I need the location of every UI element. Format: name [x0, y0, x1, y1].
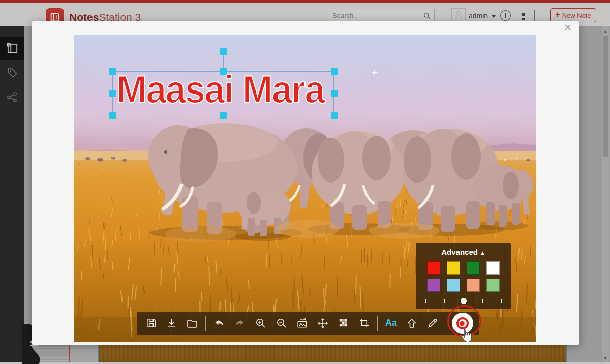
search-input[interactable]	[331, 11, 423, 20]
color-swatch-1[interactable]	[447, 261, 460, 275]
record-button[interactable]	[452, 313, 473, 334]
download-icon	[166, 317, 177, 329]
new-note-label: New Note	[562, 12, 591, 19]
dimmed-image-selection-border	[566, 345, 567, 362]
info-button[interactable]: i	[500, 10, 511, 21]
zoom-in-button[interactable]	[253, 314, 268, 332]
resize-handle-top-right[interactable]	[331, 68, 338, 75]
close-icon[interactable]: ✕	[562, 22, 574, 34]
resize-handle-bottom-center[interactable]	[220, 112, 227, 119]
sidebar-item-notes[interactable]	[0, 37, 24, 60]
record-target-icon	[455, 316, 470, 331]
redo-icon	[234, 317, 246, 329]
resize-handle-bottom-left[interactable]	[109, 112, 116, 119]
redo-button[interactable]	[232, 314, 248, 332]
pencil-icon	[426, 317, 439, 329]
collapse-arrow-icon: ▲	[480, 250, 485, 256]
advanced-panel: Advanced▲	[416, 243, 511, 309]
color-swatch-4[interactable]	[427, 279, 440, 292]
slider-tick	[425, 299, 426, 303]
arrow-up-icon	[406, 317, 418, 329]
search-box	[328, 9, 435, 22]
color-swatch-2[interactable]	[467, 261, 480, 275]
lens-flare-sparkle	[372, 70, 377, 75]
chevron-down-icon	[492, 15, 496, 18]
resize-handle-mid-left[interactable]	[109, 90, 116, 97]
slider-tick	[482, 299, 483, 303]
tag-icon	[6, 67, 19, 79]
text-tool-label: Aa	[385, 318, 397, 328]
resize-handle-top-left[interactable]	[109, 68, 116, 75]
resize-handle-mid-right[interactable]	[331, 90, 338, 97]
scroll-up-arrow[interactable]: ▲	[603, 28, 608, 34]
image-rotate-icon	[296, 317, 309, 329]
move-icon	[317, 317, 329, 329]
toolbar-divider	[205, 316, 206, 331]
sidebar-item-share[interactable]	[0, 85, 24, 109]
editor-toolbar: Aa	[137, 312, 479, 335]
size-slider[interactable]	[425, 297, 502, 305]
header-divider	[534, 10, 535, 21]
undo-icon	[213, 317, 225, 329]
dimmed-note-image	[99, 345, 566, 362]
undo-button[interactable]	[211, 314, 227, 332]
image-editor-modal: ✕	[32, 21, 579, 345]
sidebar-item-tags[interactable]	[0, 61, 24, 84]
crop-button[interactable]	[357, 314, 372, 332]
scrollbar-thumb[interactable]	[603, 36, 608, 157]
crop-icon	[358, 317, 370, 329]
username-label: admin	[469, 12, 488, 20]
plus-icon: +	[555, 10, 560, 19]
zoom-out-icon	[276, 317, 288, 329]
share-icon	[6, 91, 18, 103]
color-swatch-grid	[416, 261, 511, 292]
user-menu[interactable]: admin	[469, 12, 496, 20]
color-swatch-0[interactable]	[427, 261, 440, 275]
color-swatch-7[interactable]	[486, 279, 500, 292]
pixelate-button[interactable]	[336, 314, 351, 332]
save-button[interactable]	[143, 314, 159, 332]
page-bottom-edge	[0, 362, 610, 364]
resize-handle-bottom-right[interactable]	[331, 112, 338, 119]
slider-thumb[interactable]	[461, 298, 467, 304]
zoom-in-icon	[255, 317, 267, 329]
slider-tick	[444, 299, 445, 303]
reset-image-button[interactable]	[294, 314, 310, 332]
search-icon[interactable]	[423, 11, 431, 20]
text-tool-button[interactable]: Aa	[384, 314, 399, 332]
download-button[interactable]	[164, 314, 179, 332]
dimmed-page-margin	[70, 345, 98, 362]
text-selection-box	[112, 71, 334, 115]
new-note-button[interactable]: + New Note	[550, 8, 596, 22]
draw-tool-button[interactable]	[425, 314, 440, 332]
save-icon	[145, 317, 157, 329]
editor-canvas: Maasai Mara Advanced▲	[74, 35, 536, 342]
move-button[interactable]	[315, 314, 330, 332]
rotation-handle[interactable]	[220, 48, 227, 55]
user-avatar[interactable]	[451, 8, 466, 22]
shape-tool-button[interactable]	[404, 314, 419, 332]
advanced-label: Advanced	[441, 248, 478, 256]
folder-icon	[186, 317, 198, 329]
scroll-down-arrow[interactable]: ▼	[603, 356, 608, 361]
zoom-out-button[interactable]	[274, 314, 289, 332]
color-swatch-3[interactable]	[486, 261, 500, 275]
color-swatch-6[interactable]	[467, 279, 480, 292]
toolbar-divider	[377, 316, 378, 331]
app-root: NotesStation 3 admin i + New Note	[0, 0, 610, 364]
toolbar-divider	[446, 316, 447, 331]
open-folder-button[interactable]	[185, 314, 200, 332]
slider-tick	[501, 299, 502, 303]
resize-handle-top-center[interactable]	[220, 68, 227, 75]
pixelate-icon	[338, 317, 349, 329]
left-sidebar	[0, 26, 24, 364]
color-swatch-5[interactable]	[447, 279, 460, 292]
advanced-panel-toggle[interactable]: Advanced▲	[416, 248, 511, 256]
person-icon	[453, 10, 464, 20]
notebook-icon	[6, 42, 19, 55]
